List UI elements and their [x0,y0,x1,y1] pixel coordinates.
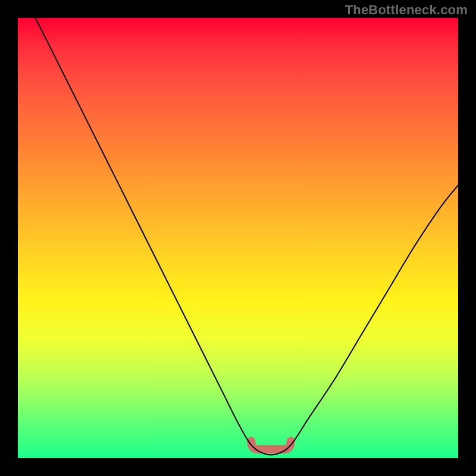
watermark-text: TheBottleneck.com [345,2,468,18]
bottleneck-curve-line [36,18,458,455]
curve-layer [18,18,458,458]
plot-area [18,18,458,458]
bottleneck-region-mark [251,441,291,449]
chart-frame: TheBottleneck.com [0,0,476,476]
